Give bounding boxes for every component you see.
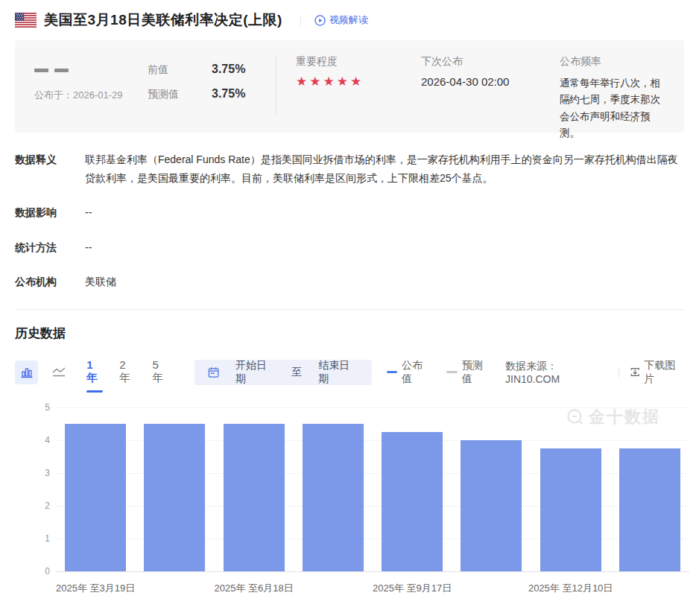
end-date-field[interactable]: 结束日期: [318, 359, 358, 386]
bar-0[interactable]: [65, 424, 126, 571]
header-divider: [300, 15, 301, 26]
page-title: 美国至3月18日美联储利率决定(上限): [44, 10, 282, 30]
detail-row-impact: 数据影响 --: [15, 203, 684, 222]
importance-block: 重要程度 ★★★★★: [296, 52, 421, 133]
y-axis-tick: 0: [25, 566, 50, 577]
gridline-y0: [56, 571, 689, 572]
y-axis-tick: 3: [25, 468, 50, 478]
latest-value-block: 公布于：2026-01-29: [34, 52, 148, 133]
page-header: 美国至3月18日美联储利率决定(上限) 视频解读: [15, 0, 684, 30]
bar-4[interactable]: [382, 432, 443, 571]
chart-controls: 1年 2年 5年 开始日期 至 结束日期 公布值 预测: [15, 360, 684, 385]
us-flag-icon: [15, 13, 37, 28]
history-bar-chart: 金十数据 0123452025年 至3月19日2025年 至6月18日2025年…: [15, 407, 684, 616]
y-axis-tick: 4: [25, 435, 50, 445]
bar-6[interactable]: [540, 448, 601, 571]
forecast-label: 预测值: [148, 88, 194, 101]
frequency-block: 公布频率 通常每年举行八次，相隔约七周，季度末那次会公布声明和经济预测。: [560, 52, 666, 133]
tab-1-year[interactable]: 1年: [86, 358, 103, 387]
summary-card: 公布于：2026-01-29 前值 3.75% 预测值 3.75% 重要程度 ★…: [15, 40, 684, 133]
plot-area: 0123452025年 至3月19日2025年 至6月18日2025年 至9月1…: [56, 407, 689, 571]
importance-stars: ★★★★★: [296, 75, 421, 88]
section-divider: [15, 309, 684, 310]
x-axis-label: 2025年 至6月18日: [215, 582, 294, 595]
legend-published-value[interactable]: 公布值: [387, 359, 432, 386]
next-release-value: 2026-04-30 02:00: [421, 75, 560, 88]
detail-row-definition: 数据释义 联邦基金利率（Federal Funds Rate）是指美国同业拆借市…: [15, 150, 684, 188]
chart-controls-right: 公布值 预测值 数据来源：JIN10.COM 下载图片: [372, 359, 684, 386]
next-release-block: 下次公布 2026-04-30 02:00: [421, 52, 560, 133]
x-axis-label: 2025年 至9月17日: [373, 582, 452, 595]
frequency-text: 通常每年举行八次，相隔约七周，季度末那次会公布声明和经济预测。: [560, 75, 666, 142]
summary-vertical-divider: [276, 55, 276, 116]
bar-2[interactable]: [224, 424, 285, 571]
gridline-y5: [56, 407, 689, 408]
x-axis-label: 2025年 至12月10日: [528, 582, 613, 595]
importance-label: 重要程度: [296, 55, 421, 69]
next-release-label: 下次公布: [421, 55, 560, 69]
legend-swatch-published: [387, 371, 397, 373]
frequency-label: 公布频率: [560, 55, 666, 69]
latest-value-placeholder: [34, 69, 148, 72]
bar-5[interactable]: [461, 440, 522, 571]
detail-row-agency: 公布机构 美联储: [15, 273, 684, 291]
bar-chart-type-button[interactable]: [15, 361, 38, 384]
legend-swatch-forecast: [446, 371, 457, 373]
bar-1[interactable]: [144, 424, 205, 571]
download-image-button[interactable]: 下载图片: [630, 359, 684, 386]
history-heading: 历史数据: [15, 325, 684, 342]
line-chart-type-button[interactable]: [47, 361, 70, 384]
y-axis-tick: 2: [25, 501, 50, 511]
prev-value: 3.75%: [212, 63, 245, 76]
data-source: 数据来源：JIN10.COM: [505, 360, 608, 385]
controls-divider: [619, 367, 619, 378]
bar-3[interactable]: [303, 424, 364, 571]
prev-label: 前值: [148, 63, 194, 77]
calendar-icon: [208, 366, 219, 378]
download-icon: [630, 366, 640, 378]
range-tabs: 1年 2年 5年: [86, 358, 169, 387]
bar-chart-icon: [20, 366, 34, 379]
legend-forecast-value[interactable]: 预测值: [446, 359, 492, 386]
line-chart-icon: [51, 366, 66, 379]
y-axis-tick: 1: [25, 533, 50, 544]
forecast-value: 3.75%: [212, 87, 245, 101]
detail-list: 数据释义 联邦基金利率（Federal Funds Rate）是指美国同业拆借市…: [15, 150, 684, 291]
video-explain-link[interactable]: 视频解读: [314, 13, 368, 27]
video-explain-label: 视频解读: [329, 13, 368, 27]
bar-7[interactable]: [619, 448, 680, 571]
date-range-picker[interactable]: 开始日期 至 结束日期: [194, 360, 372, 385]
start-date-field[interactable]: 开始日期: [235, 359, 275, 386]
y-axis-tick: 5: [25, 402, 50, 413]
play-circle-icon: [314, 15, 326, 26]
download-label: 下载图片: [644, 359, 684, 386]
x-axis-label: 2025年 至3月19日: [56, 582, 135, 595]
tab-2-year[interactable]: 2年: [119, 358, 136, 387]
prev-forecast-block: 前值 3.75% 预测值 3.75%: [148, 52, 276, 133]
tab-5-year[interactable]: 5年: [153, 358, 169, 387]
date-to-label: 至: [291, 366, 302, 379]
economic-indicator-page: 美国至3月18日美联储利率决定(上限) 视频解读 公布于：2026-01-29 …: [0, 0, 699, 616]
detail-row-method: 统计方法 --: [15, 238, 684, 257]
published-on: 公布于：2026-01-29: [34, 89, 148, 102]
